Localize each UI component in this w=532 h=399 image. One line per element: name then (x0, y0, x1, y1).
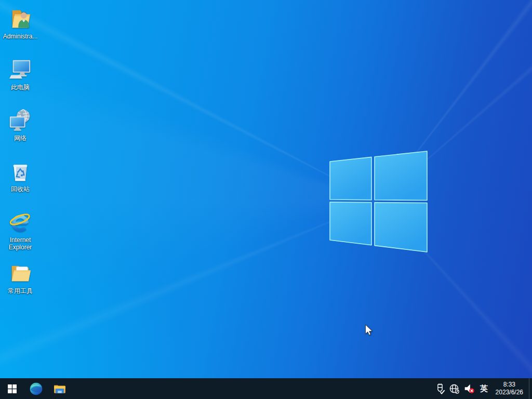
desktop-icon-network[interactable]: 网络 (3, 107, 38, 142)
network-icon (8, 108, 33, 133)
taskbar-app-file-explorer[interactable] (48, 378, 72, 399)
internet-explorer-icon (8, 210, 33, 235)
desktop-icon-label: Internet Explorer (3, 236, 38, 251)
desktop-icon-common-tools[interactable]: 常用工具 (3, 260, 38, 295)
taskbar: 英 8:33 2023/6/26 (0, 378, 532, 399)
desktop-icon-label: 网络 (14, 135, 26, 142)
volume-muted-icon[interactable] (462, 378, 476, 399)
desktop-wallpaper: Administra... 此电脑 (0, 0, 532, 378)
file-explorer-icon (53, 382, 66, 395)
common-tools-folder-icon (8, 261, 33, 286)
taskbar-app-edge[interactable] (24, 378, 48, 399)
recycle-bin-icon (8, 159, 33, 184)
administrator-folder-icon (8, 6, 33, 31)
microsoft-edge-icon (29, 382, 43, 396)
desktop-icon-label: 回收站 (11, 185, 30, 193)
network-offline-globe-icon[interactable] (448, 378, 461, 399)
system-tray: 英 8:33 2023/6/26 (433, 378, 532, 399)
desktop-icon-label: 常用工具 (8, 287, 33, 295)
show-desktop-button[interactable] (529, 378, 532, 399)
desktop-icon-internet-explorer[interactable]: Internet Explorer (3, 209, 38, 251)
usb-device-icon[interactable] (433, 378, 447, 399)
this-pc-icon (8, 57, 33, 82)
desktop-icon-label: 此电脑 (11, 84, 30, 91)
start-button[interactable] (0, 378, 24, 399)
clock-date: 2023/6/26 (496, 389, 523, 396)
clock-time: 8:33 (503, 381, 515, 389)
taskbar-clock[interactable]: 8:33 2023/6/26 (493, 378, 528, 399)
desktop-icon-this-pc[interactable]: 此电脑 (3, 56, 38, 91)
input-method-indicator[interactable]: 英 (477, 378, 491, 399)
desktop-icon-administrator[interactable]: Administra... (3, 5, 38, 40)
windows-start-icon (8, 384, 17, 393)
desktop-icon-recycle-bin[interactable]: 回收站 (3, 158, 38, 193)
windows-wallpaper-logo (326, 147, 430, 256)
desktop-icon-label: Administra... (3, 33, 38, 40)
